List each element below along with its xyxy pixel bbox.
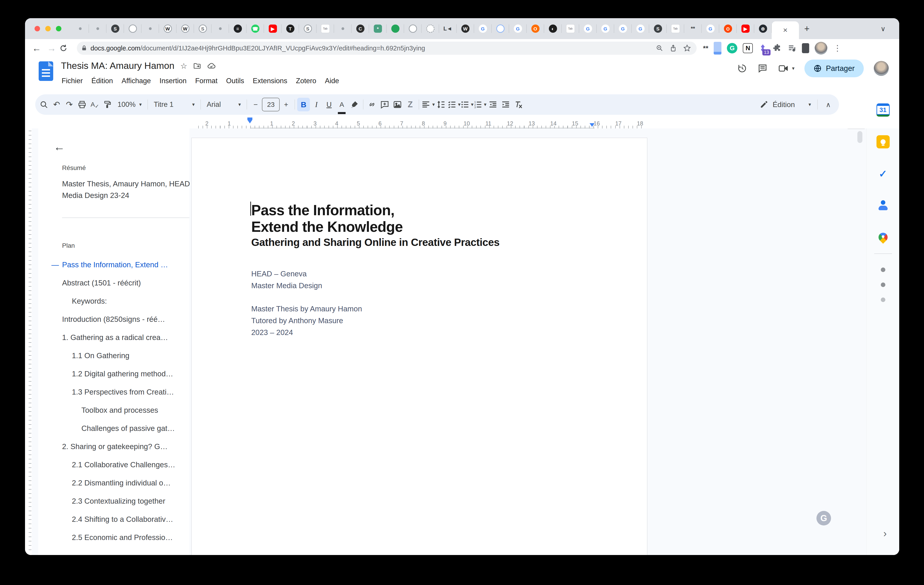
close-outline-button[interactable]: ←: [54, 140, 65, 153]
pinned-tab-orange-logo[interactable]: O: [526, 18, 544, 39]
comments-icon[interactable]: [757, 63, 768, 74]
font-select[interactable]: Arial▾: [203, 101, 244, 109]
pinned-tab-openai[interactable]: *: [369, 18, 386, 39]
add-comment-button[interactable]: [378, 98, 391, 111]
tab-search-chevron-icon[interactable]: ∨: [881, 25, 899, 33]
outline-item[interactable]: 2.1 Collaborative Challenges…: [38, 456, 190, 474]
pinned-tab-t-logo[interactable]: T: [282, 18, 299, 39]
menu-insertion[interactable]: Insertion: [155, 75, 191, 87]
increase-indent-button[interactable]: [499, 98, 512, 111]
pinned-tab-half-logo[interactable]: ◐: [544, 18, 562, 39]
bookmark-star-icon[interactable]: [683, 44, 691, 52]
vertical-ruler[interactable]: 2112345678910111213141516: [25, 129, 32, 555]
pinned-tab-google[interactable]: G: [509, 18, 526, 39]
summary-text[interactable]: Master Thesis, Amaury Hamon, HEAD Media …: [62, 178, 191, 201]
outline-item[interactable]: Keywords:: [38, 292, 190, 310]
outline-item[interactable]: 1.3 Perspectives from Creati…: [38, 383, 190, 401]
pinned-tab-ring-logo[interactable]: [404, 18, 422, 39]
font-size-input[interactable]: 23: [262, 98, 280, 111]
pinned-tab-whatsapp[interactable]: ☎: [246, 18, 264, 39]
share-page-icon[interactable]: [669, 44, 677, 52]
menu-format[interactable]: Format: [191, 75, 222, 87]
collapse-panel-icon[interactable]: ›: [883, 528, 887, 539]
calendar-panel-icon[interactable]: 31: [876, 104, 890, 117]
maps-panel-icon[interactable]: [876, 231, 890, 244]
active-tab[interactable]: ✕: [772, 21, 799, 39]
pinned-tab-site[interactable]: [334, 18, 351, 39]
pinned-tab-site[interactable]: [211, 18, 229, 39]
outline-item[interactable]: Toolbox and processes: [38, 401, 190, 419]
zotero-button[interactable]: Z: [404, 98, 416, 111]
document-scrollbar[interactable]: [857, 131, 862, 143]
document-author-block[interactable]: Master Thesis by Amaury HamonTutored by …: [251, 303, 362, 338]
account-avatar[interactable]: [874, 61, 889, 76]
docs-logo-icon[interactable]: [39, 61, 53, 81]
insert-link-button[interactable]: [366, 98, 378, 111]
meet-presence-button[interactable]: ▾: [778, 63, 794, 74]
highlight-color-button[interactable]: [348, 98, 361, 111]
pinned-tab-google[interactable]: G: [474, 18, 492, 39]
zoom-window-button[interactable]: [56, 26, 61, 31]
reload-button[interactable]: [59, 44, 74, 53]
document-heading[interactable]: Pass the Information,Extend the Knowledg…: [251, 202, 403, 235]
menu-zotero[interactable]: Zotero: [292, 75, 321, 87]
insert-image-button[interactable]: [391, 98, 404, 111]
addon-placeholder-icon[interactable]: [881, 282, 885, 287]
pinned-tab-s-logo[interactable]: S: [106, 18, 124, 39]
pinned-tab-google[interactable]: G: [614, 18, 632, 39]
asterisk-extension-icon[interactable]: **: [703, 44, 708, 52]
pinned-tab-youtube[interactable]: ▶: [737, 18, 754, 39]
outline-item[interactable]: 1.1 On Gathering: [38, 347, 190, 365]
pinned-tab-wikipedia[interactable]: W: [159, 18, 177, 39]
outline-item[interactable]: Abstract (1501 - réécrit): [38, 274, 190, 292]
bulleted-list-button[interactable]: ▾: [460, 98, 474, 111]
menu-extensions[interactable]: Extensions: [249, 75, 292, 87]
document-subheading[interactable]: Gathering and Sharing Online in Creative…: [251, 236, 500, 249]
pinned-tab-reddit[interactable]: ⊙: [719, 18, 737, 39]
puzzle-extensions-icon[interactable]: [773, 44, 782, 53]
pinned-tab-ring-logo[interactable]: [124, 18, 142, 39]
contacts-panel-icon[interactable]: [876, 199, 890, 212]
line-spacing-button[interactable]: [435, 98, 447, 111]
undo-button[interactable]: ↶: [50, 98, 63, 111]
back-button[interactable]: ←: [29, 43, 44, 53]
pinned-tab-doc-tab[interactable]: Tab: [317, 18, 334, 39]
grammarly-extension-icon[interactable]: G: [727, 43, 738, 53]
increase-font-size-button[interactable]: +: [280, 98, 292, 111]
menu-affichage[interactable]: Affichage: [117, 75, 155, 87]
pinned-tab-ring-logo[interactable]: [422, 18, 439, 39]
checklist-button[interactable]: ▾: [447, 98, 460, 111]
outline-item[interactable]: Introduction (8250signs - réé…: [38, 310, 190, 328]
pinned-tab-google[interactable]: G: [597, 18, 614, 39]
clear-formatting-button[interactable]: [512, 98, 525, 111]
print-button[interactable]: [76, 98, 88, 111]
tasks-panel-icon[interactable]: ✓: [876, 167, 890, 180]
pinned-tab-dark-logo[interactable]: ≡: [229, 18, 246, 39]
pinned-tab-google[interactable]: G: [579, 18, 597, 39]
outline-item[interactable]: 1. Gathering as a radical crea…: [38, 328, 190, 347]
numbered-list-button[interactable]: 123▾: [474, 98, 486, 111]
bold-button[interactable]: B: [297, 98, 310, 111]
document-title[interactable]: Thesis MA: Amaury Hamon: [61, 61, 174, 71]
grammarly-badge[interactable]: G: [817, 511, 831, 526]
playlist-extension-icon[interactable]: [787, 44, 797, 53]
address-bar[interactable]: docs.google.com/document/d/1IJ2ae4Hj9hrG…: [77, 41, 696, 55]
close-tab-icon[interactable]: ✕: [783, 27, 788, 34]
pinned-tab-s-logo[interactable]: S: [649, 18, 667, 39]
version-history-icon[interactable]: [737, 63, 747, 74]
align-button[interactable]: ▾: [421, 98, 435, 111]
underline-button[interactable]: U: [323, 98, 335, 111]
pinned-tab-google[interactable]: G: [632, 18, 649, 39]
horizontal-ruler[interactable]: 21123456789101112131415161718: [191, 120, 647, 129]
editing-mode-select[interactable]: Édition ▾: [756, 101, 815, 109]
decrease-font-size-button[interactable]: −: [249, 98, 262, 111]
pinned-tab-doc-tab[interactable]: Tab: [562, 18, 579, 39]
pinned-tab-s-logo[interactable]: S: [299, 18, 317, 39]
hide-menus-button[interactable]: ∧: [820, 101, 837, 109]
minimize-window-button[interactable]: [45, 26, 51, 31]
outline-item[interactable]: 2.3 Contextualizing together: [38, 492, 190, 510]
pinned-tab-site[interactable]: [71, 18, 89, 39]
outline-item[interactable]: —Pass the Information, Extend …: [38, 256, 190, 274]
move-folder-icon[interactable]: [193, 62, 201, 70]
outline-item[interactable]: 2. Sharing or gatekeeping? G…: [38, 437, 190, 456]
